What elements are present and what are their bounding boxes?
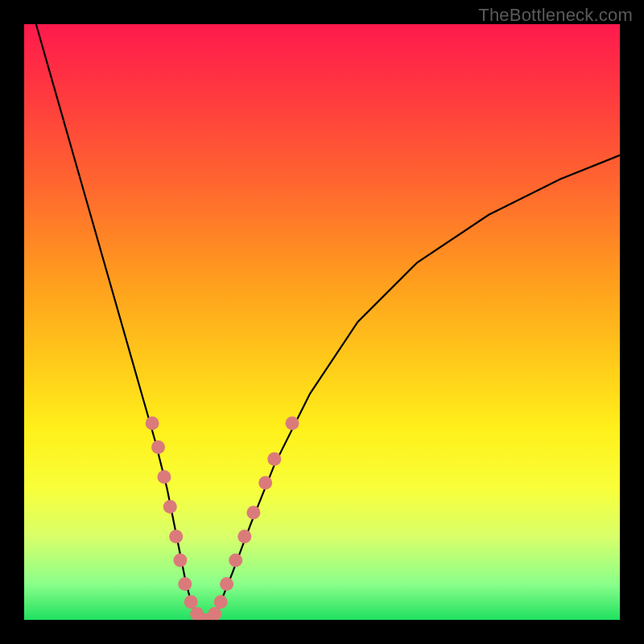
data-marker bbox=[157, 470, 171, 484]
data-marker bbox=[163, 500, 177, 514]
data-marker bbox=[258, 476, 272, 489]
data-marker bbox=[184, 595, 198, 609]
data-marker bbox=[237, 530, 251, 543]
data-marker bbox=[178, 577, 192, 591]
data-marker bbox=[146, 416, 159, 430]
data-marker bbox=[208, 607, 221, 620]
data-marker bbox=[173, 554, 187, 568]
plot-area bbox=[24, 24, 620, 620]
chart-frame: TheBottleneck.com bbox=[0, 0, 644, 644]
data-marker bbox=[169, 530, 183, 543]
data-marker bbox=[267, 452, 281, 466]
data-marker bbox=[214, 595, 228, 609]
watermark-text: TheBottleneck.com bbox=[478, 5, 633, 26]
data-marker bbox=[220, 577, 233, 591]
data-marker bbox=[151, 440, 165, 454]
bottleneck-curve bbox=[36, 24, 620, 620]
curve-svg bbox=[24, 24, 620, 620]
data-marker bbox=[246, 506, 260, 519]
data-marker bbox=[286, 416, 299, 430]
data-marker bbox=[229, 554, 242, 568]
marker-group bbox=[146, 416, 299, 620]
